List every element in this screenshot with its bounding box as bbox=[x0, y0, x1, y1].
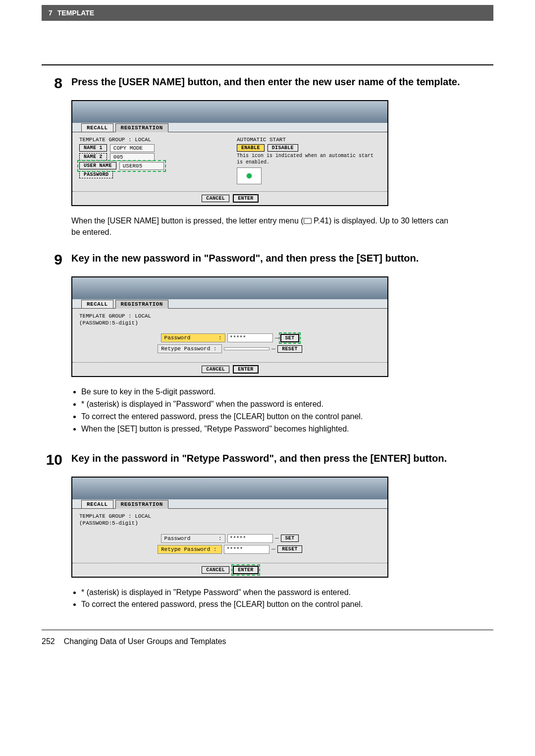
automatic-start-label: AUTOMATIC START bbox=[237, 136, 380, 143]
chapter-title: TEMPLATE bbox=[57, 9, 94, 17]
auto-start-icon bbox=[246, 173, 253, 179]
set-button[interactable]: SET bbox=[281, 334, 299, 342]
tab-registration[interactable]: REGISTRATION bbox=[115, 300, 168, 309]
tab-recall[interactable]: RECALL bbox=[81, 300, 113, 309]
rule-top bbox=[42, 64, 493, 65]
name1-button[interactable]: NAME 1 bbox=[79, 144, 107, 152]
username-button[interactable]: USER NAME bbox=[79, 162, 116, 169]
ss-right-col: AUTOMATIC START ENABLE DISABLE This icon… bbox=[237, 136, 380, 184]
reset-button[interactable]: RESET bbox=[277, 545, 302, 553]
tab-registration[interactable]: REGISTRATION bbox=[115, 500, 168, 509]
name2-value: 005 bbox=[110, 153, 155, 161]
step10-notes: * (asterisk) is displayed in "Retype Pas… bbox=[42, 587, 448, 611]
disable-button[interactable]: DISABLE bbox=[268, 144, 298, 152]
name2-button[interactable]: NAME 2 bbox=[79, 153, 107, 161]
password-label: Password : bbox=[161, 333, 225, 342]
step-title: Key in the password in "Retype Password"… bbox=[71, 452, 447, 468]
ss-left-col: TEMPLATE GROUP : LOCAL NAME 1 COPY MODE … bbox=[79, 136, 223, 184]
rule-bottom bbox=[42, 630, 493, 630]
step-title: Key in the new password in "Password", a… bbox=[71, 252, 419, 268]
step-number: 10 bbox=[42, 452, 62, 468]
name1-value: COPY MODE bbox=[110, 144, 155, 152]
tab-registration[interactable]: REGISTRATION bbox=[115, 123, 168, 132]
page-section-title: Changing Data of User Groups and Templat… bbox=[64, 637, 226, 646]
ss-header bbox=[72, 101, 387, 123]
step-8: 8 Press the [USER NAME] button, and then… bbox=[42, 75, 493, 91]
ss-footer: CANCEL ENTER bbox=[72, 191, 387, 205]
step-number: 9 bbox=[42, 252, 62, 268]
note: When the [SET] button is pressed, "Retyp… bbox=[81, 423, 448, 435]
ss-tabs: RECALL REGISTRATION bbox=[72, 299, 387, 308]
step-title: Press the [USER NAME] button, and then e… bbox=[71, 75, 460, 91]
username-value: USER05 bbox=[119, 162, 164, 170]
password-label: Password : bbox=[161, 534, 225, 543]
p8-ref: P.41 bbox=[312, 216, 329, 225]
note: Be sure to key in the 5-digit password. bbox=[81, 386, 448, 398]
book-icon bbox=[304, 218, 312, 224]
template-group-line: TEMPLATE GROUP : LOCAL bbox=[79, 136, 223, 143]
screenshot-step9: RECALL REGISTRATION TEMPLATE GROUP : LOC… bbox=[71, 276, 388, 378]
password-button[interactable]: PASSWORD bbox=[79, 171, 113, 178]
step-9: 9 Key in the new password in "Password",… bbox=[42, 252, 493, 268]
retype-password-input[interactable] bbox=[224, 347, 269, 350]
cancel-button[interactable]: CANCEL bbox=[202, 195, 229, 202]
ss-tabs: RECALL REGISTRATION bbox=[72, 499, 387, 508]
ss-footer: CANCEL ENTER bbox=[72, 362, 387, 376]
ss-tabs: RECALL REGISTRATION bbox=[72, 123, 387, 132]
template-group-line: TEMPLATE GROUP : LOCAL bbox=[79, 313, 380, 320]
step-10: 10 Key in the password in "Retype Passwo… bbox=[42, 452, 493, 468]
set-button[interactable]: SET bbox=[281, 535, 299, 542]
chapter-number: 7 bbox=[49, 9, 53, 17]
p8-before: When the [USER NAME] button is pressed, … bbox=[71, 216, 304, 225]
screenshot-step10: RECALL REGISTRATION TEMPLATE GROUP : LOC… bbox=[71, 477, 388, 578]
note: To correct the entered password, press t… bbox=[81, 411, 448, 423]
note: To correct the entered password, press t… bbox=[81, 598, 448, 611]
retype-password-label: Retype Password : bbox=[158, 344, 222, 353]
cancel-button[interactable]: CANCEL bbox=[202, 566, 229, 574]
note: * (asterisk) is displayed in "Password" … bbox=[81, 398, 448, 411]
enter-button[interactable]: ENTER bbox=[233, 566, 258, 574]
password-note: (PASSWORD:5-digit) bbox=[79, 520, 380, 527]
ss-body: TEMPLATE GROUP : LOCAL (PASSWORD:5-digit… bbox=[72, 508, 387, 563]
ss-footer: CANCEL ENTER bbox=[72, 563, 387, 577]
auto-start-hint: This icon is indicated when an automatic… bbox=[237, 153, 380, 165]
enter-button[interactable]: ENTER bbox=[233, 195, 258, 202]
ss-header bbox=[72, 478, 387, 499]
cancel-button[interactable]: CANCEL bbox=[202, 366, 229, 373]
auto-start-icon-box bbox=[237, 167, 262, 184]
tab-recall[interactable]: RECALL bbox=[81, 500, 113, 509]
tab-recall[interactable]: RECALL bbox=[81, 123, 113, 132]
retype-password-label: Retype Password : bbox=[158, 545, 222, 554]
page-number: 252 bbox=[42, 637, 55, 646]
password-note: (PASSWORD:5-digit) bbox=[79, 320, 380, 326]
screenshot-step8: RECALL REGISTRATION TEMPLATE GROUP : LOC… bbox=[71, 100, 388, 206]
template-group-line: TEMPLATE GROUP : LOCAL bbox=[79, 513, 380, 520]
chapter-header: 7 TEMPLATE bbox=[42, 5, 493, 21]
password-input[interactable]: ***** bbox=[227, 534, 273, 543]
retype-password-input[interactable]: ***** bbox=[224, 545, 269, 554]
enter-button[interactable]: ENTER bbox=[233, 366, 258, 373]
step-number: 8 bbox=[42, 75, 62, 91]
step9-notes: Be sure to key in the 5-digit password. … bbox=[42, 386, 448, 435]
password-input[interactable]: ***** bbox=[227, 333, 273, 342]
ss-body: TEMPLATE GROUP : LOCAL NAME 1 COPY MODE … bbox=[72, 132, 387, 191]
ss-body: TEMPLATE GROUP : LOCAL (PASSWORD:5-digit… bbox=[72, 308, 387, 363]
reset-button[interactable]: RESET bbox=[277, 345, 302, 353]
step8-paragraph: When the [USER NAME] button is pressed, … bbox=[71, 215, 458, 238]
note: * (asterisk) is displayed in "Retype Pas… bbox=[81, 587, 448, 599]
page-footer: 252 Changing Data of User Groups and Tem… bbox=[42, 637, 493, 646]
enable-button[interactable]: ENABLE bbox=[237, 144, 265, 152]
ss-header bbox=[72, 277, 387, 299]
